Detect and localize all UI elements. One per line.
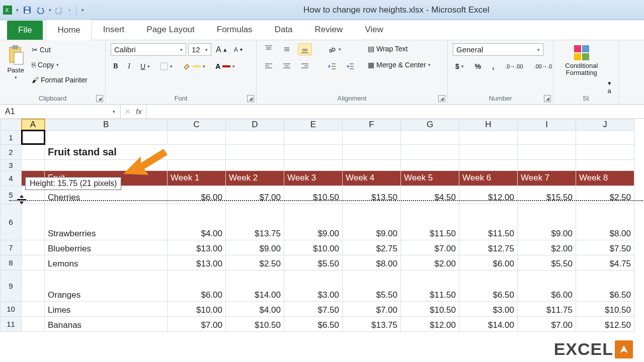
cell[interactable] — [22, 240, 45, 255]
name-box-dropdown-icon[interactable]: ▾ — [113, 109, 115, 114]
value-cell[interactable]: $7.00 — [168, 316, 226, 331]
cut-button[interactable]: ✂Cut — [29, 44, 90, 55]
clipboard-dialog-launcher[interactable]: ◢ — [96, 95, 103, 102]
value-cell[interactable]: $13.75 — [343, 316, 401, 331]
value-cell[interactable]: $13.75 — [226, 204, 284, 240]
align-center-icon[interactable] — [280, 60, 294, 72]
fruit-name-cell[interactable]: Oranges — [45, 270, 168, 301]
paste-dropdown-icon[interactable]: ▾ — [15, 75, 17, 80]
font-color-button[interactable]: A ▾ — [213, 61, 237, 72]
value-cell[interactable]: $10.00 — [168, 301, 226, 316]
cell[interactable] — [22, 130, 45, 144]
cell[interactable] — [226, 144, 284, 159]
col-header-H[interactable]: H — [459, 119, 518, 130]
cell[interactable] — [22, 255, 45, 270]
alignment-dialog-launcher[interactable]: ◢ — [438, 95, 445, 102]
value-cell[interactable]: $6.00 — [168, 270, 226, 301]
cell[interactable] — [576, 159, 634, 170]
font-dialog-launcher[interactable]: ◢ — [247, 95, 254, 102]
cell[interactable] — [22, 270, 45, 301]
row-header-2[interactable]: 2 — [1, 144, 22, 159]
increase-indent-icon[interactable] — [343, 60, 357, 72]
undo-icon[interactable] — [36, 6, 45, 15]
value-cell[interactable]: $7.00 — [518, 316, 576, 331]
accounting-format-icon[interactable]: $ ▾ — [453, 61, 466, 72]
tab-formulas[interactable]: Formulas — [206, 20, 264, 40]
value-cell[interactable]: $9.00 — [284, 204, 343, 240]
table-header-cell[interactable]: Week 7 — [518, 170, 576, 186]
tab-file[interactable]: File — [7, 21, 43, 40]
value-cell[interactable]: $2.00 — [518, 240, 576, 255]
cell[interactable] — [22, 316, 45, 331]
row-header-9[interactable]: 9 — [1, 270, 22, 301]
save-icon[interactable] — [23, 6, 32, 15]
value-cell[interactable]: $10.50 — [226, 316, 284, 331]
cell[interactable] — [459, 159, 518, 170]
comma-format-icon[interactable]: , — [490, 61, 497, 72]
col-header-I[interactable]: I — [518, 119, 576, 130]
merge-center-button[interactable]: ▦Merge & Center ▾ — [365, 59, 433, 70]
value-cell[interactable]: $7.50 — [284, 301, 343, 316]
cell[interactable] — [518, 159, 576, 170]
cell[interactable] — [284, 144, 343, 159]
cell[interactable] — [45, 130, 168, 144]
cell[interactable] — [343, 130, 401, 144]
tab-insert[interactable]: Insert — [92, 20, 136, 40]
value-cell[interactable]: $2.75 — [343, 240, 401, 255]
table-header-cell[interactable]: Week 8 — [576, 170, 634, 186]
fruit-name-cell[interactable]: Limes — [45, 301, 168, 316]
font-name-select[interactable]: Calibri▾ — [111, 43, 186, 56]
cell[interactable] — [168, 159, 226, 170]
row-header-6[interactable]: 6 — [1, 204, 22, 240]
value-cell[interactable]: $4.00 — [168, 204, 226, 240]
value-cell[interactable]: $3.00 — [284, 270, 343, 301]
borders-button[interactable]: ▾ — [157, 61, 175, 72]
cell[interactable] — [576, 144, 634, 159]
col-header-D[interactable]: D — [226, 119, 284, 130]
decrease-decimal-icon[interactable]: .00→.0 — [532, 62, 554, 71]
cell[interactable] — [343, 159, 401, 170]
row-header-8[interactable]: 8 — [1, 255, 22, 270]
fruit-name-cell[interactable]: Bananas — [45, 316, 168, 331]
value-cell[interactable]: $5.50 — [343, 270, 401, 301]
value-cell[interactable]: $11.75 — [518, 301, 576, 316]
value-cell[interactable]: $7.50 — [576, 240, 634, 255]
row-header-4[interactable]: 4 — [1, 170, 22, 186]
wrap-text-button[interactable]: ▤Wrap Text — [365, 43, 433, 54]
cell[interactable] — [168, 130, 226, 144]
value-cell[interactable]: $14.00 — [226, 270, 284, 301]
fruit-name-cell[interactable]: Blueberries — [45, 240, 168, 255]
value-cell[interactable]: $8.00 — [343, 255, 401, 270]
cell[interactable] — [518, 130, 576, 144]
align-right-icon[interactable] — [298, 60, 312, 72]
value-cell[interactable]: $13.00 — [168, 255, 226, 270]
value-cell[interactable]: $10.00 — [284, 240, 343, 255]
fill-color-button[interactable]: ▾ — [180, 61, 208, 72]
value-cell[interactable]: $5.50 — [284, 255, 343, 270]
table-header-cell[interactable]: Week 4 — [343, 170, 401, 186]
cell[interactable] — [22, 204, 45, 240]
row-header-7[interactable]: 7 — [1, 240, 22, 255]
col-header-E[interactable]: E — [284, 119, 343, 130]
value-cell[interactable]: $6.50 — [459, 270, 518, 301]
font-size-select[interactable]: 12▾ — [188, 43, 211, 56]
decrease-indent-icon[interactable] — [325, 60, 339, 72]
value-cell[interactable]: $4.00 — [226, 301, 284, 316]
table-header-cell[interactable]: Week 5 — [401, 170, 459, 186]
cell[interactable] — [226, 130, 284, 144]
tab-data[interactable]: Data — [264, 20, 304, 40]
cell[interactable] — [284, 130, 343, 144]
redo-icon[interactable] — [55, 6, 64, 15]
undo-dropdown-icon[interactable]: ▾ — [49, 8, 51, 13]
number-dialog-launcher[interactable]: ◢ — [544, 95, 551, 102]
value-cell[interactable]: $9.00 — [226, 240, 284, 255]
cell[interactable] — [22, 144, 45, 159]
cell[interactable] — [401, 159, 459, 170]
percent-format-icon[interactable]: % — [472, 61, 484, 72]
cell[interactable] — [576, 130, 634, 144]
value-cell[interactable]: $10.50 — [401, 301, 459, 316]
increase-decimal-icon[interactable]: .0→.00 — [503, 62, 525, 71]
bold-button[interactable]: B — [111, 61, 120, 72]
copy-button[interactable]: ⎘Copy ▾ — [29, 59, 90, 70]
value-cell[interactable]: $3.00 — [459, 301, 518, 316]
